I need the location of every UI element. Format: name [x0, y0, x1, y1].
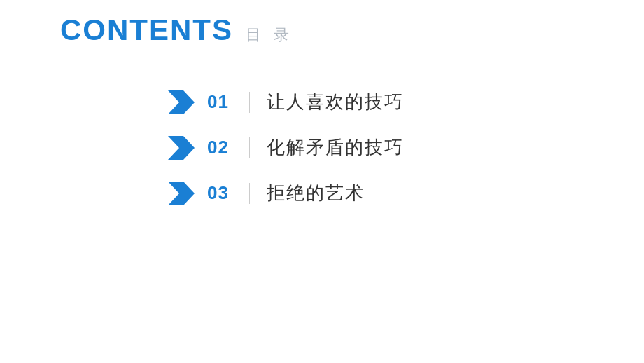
item-divider	[249, 137, 250, 158]
item-number: 01	[207, 91, 232, 113]
svg-marker-2	[168, 182, 195, 205]
item-number: 03	[207, 182, 232, 204]
svg-marker-0	[168, 90, 195, 114]
header: CONTENTS 目 录	[0, 0, 644, 48]
item-divider	[249, 92, 250, 113]
svg-marker-1	[168, 136, 195, 160]
list-item: 03拒绝的艺术	[168, 181, 644, 205]
page: CONTENTS 目 录 01让人喜欢的技巧02化解矛盾的技巧03拒绝的艺术	[0, 0, 644, 363]
item-divider	[249, 183, 250, 204]
title-en: CONTENTS	[60, 13, 233, 48]
list-item: 02化解矛盾的技巧	[168, 135, 644, 160]
item-label: 让人喜欢的技巧	[267, 90, 404, 114]
list-item: 01让人喜欢的技巧	[168, 90, 644, 114]
item-label: 拒绝的艺术	[267, 181, 365, 205]
title-cn: 目 录	[246, 25, 293, 46]
item-number: 02	[207, 137, 232, 158]
contents-list: 01让人喜欢的技巧02化解矛盾的技巧03拒绝的艺术	[0, 90, 644, 205]
item-label: 化解矛盾的技巧	[267, 135, 404, 160]
chevron-right-icon	[168, 90, 195, 114]
chevron-right-icon	[168, 136, 195, 160]
chevron-right-icon	[168, 182, 195, 205]
